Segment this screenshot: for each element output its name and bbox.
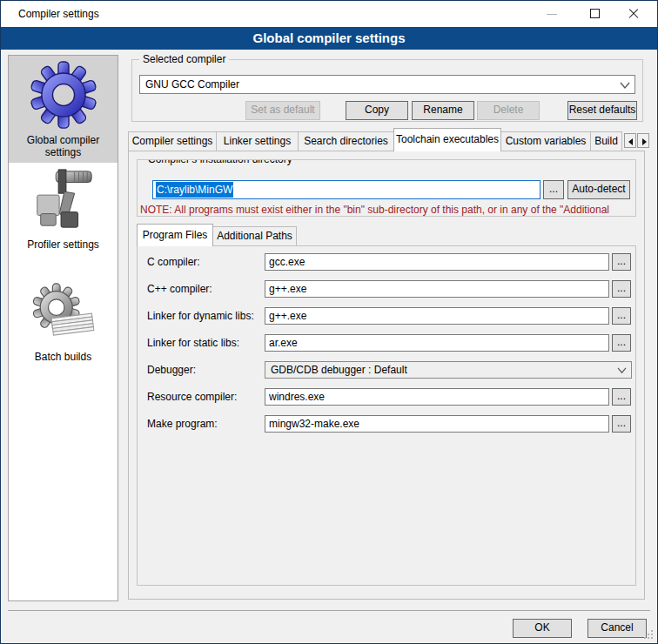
selected-compiler-group-label: Selected compiler [139,53,229,66]
chevron-down-icon [617,366,627,374]
sidebar-item-batch-builds[interactable]: Batch builds [9,275,118,372]
auto-detect-button[interactable]: Auto-detect [567,180,630,199]
sidebar-item-profiler-settings[interactable]: Profiler settings [9,166,118,260]
settings-category-list: Global compiler settings P [8,55,118,601]
set-as-default-button[interactable]: Set as default [245,101,320,120]
tab-build-options-clipped[interactable]: Build [590,131,622,151]
window-title: Compiler settings [18,8,99,20]
linker-dynamic-input[interactable] [265,307,609,325]
footer-divider [8,610,650,611]
sidebar-item-global-compiler-settings[interactable]: Global compiler settings [9,56,118,163]
page-title: Global compiler settings [1,27,657,50]
debugger-label: Debugger: [147,361,196,379]
subtab-additional-paths[interactable]: Additional Paths [212,226,297,246]
resource-compiler-browse-button[interactable]: ... [612,388,631,406]
c-compiler-input[interactable] [265,253,609,271]
linker-dynamic-browse-button[interactable]: ... [612,307,631,325]
subtab-program-files[interactable]: Program Files [137,224,213,246]
delete-button[interactable]: Delete [477,101,540,120]
installation-directory-group: Compiler's installation directory C:\ray… [137,159,636,217]
compiler-select[interactable]: GNU GCC Compiler [139,75,635,94]
cancel-button[interactable]: Cancel [588,619,647,638]
minimize-button[interactable] [537,1,567,27]
make-program-input[interactable] [265,415,609,433]
tab-scroll-right-button[interactable] [637,133,649,148]
chevron-down-icon [620,81,630,90]
maximize-button[interactable] [581,1,610,27]
browse-directory-button[interactable]: ... [543,180,564,199]
gear-stack-icon [30,282,97,345]
tab-search-directories[interactable]: Search directories [298,131,394,151]
triangle-right-icon [642,138,647,145]
cpp-compiler-browse-button[interactable]: ... [612,280,631,298]
linker-dynamic-label: Linker for dynamic libs: [147,307,254,325]
tab-toolchain-executables[interactable]: Toolchain executables [393,128,501,151]
settings-tabstrip: Compiler settings Linker settings Search… [128,128,650,151]
linker-static-label: Linker for static libs: [147,334,239,352]
ok-button[interactable]: OK [513,619,572,638]
program-files-panel: C compiler: ... C++ compiler: ... Linker… [137,245,636,586]
installation-directory-selected-text: C:\raylib\MinGW [156,182,233,198]
sidebar-item-label: Global compiler settings [9,134,118,158]
compiler-select-value: GNU GCC Compiler [145,78,239,91]
debugger-select-value: GDB/CDB debugger : Default [271,364,407,376]
installation-directory-group-label: Compiler's installation directory [144,159,296,166]
installation-directory-input[interactable]: C:\raylib\MinGW [152,180,540,199]
copy-button[interactable]: Copy [346,101,408,120]
debugger-select[interactable]: GDB/CDB debugger : Default [265,361,632,379]
triangle-left-icon [628,138,633,145]
c-compiler-browse-button[interactable]: ... [612,253,631,271]
tab-linker-settings[interactable]: Linker settings [216,131,299,151]
sidebar-item-label: Profiler settings [9,238,118,251]
linker-static-browse-button[interactable]: ... [612,334,631,352]
sidebar-item-label: Batch builds [9,351,118,363]
tab-scroll-left-button[interactable] [624,133,636,148]
resource-compiler-label: Resource compiler: [147,388,237,406]
resource-compiler-input[interactable] [265,388,609,406]
caliper-icon [30,166,97,232]
selected-compiler-group: Selected compiler GNU GCC Compiler Set a… [131,59,643,122]
reset-defaults-button[interactable]: Reset defaults [567,101,637,120]
bin-subdirectory-note: NOTE: All programs must exist either in … [140,204,636,216]
linker-static-input[interactable] [265,334,609,352]
maximize-icon [590,9,600,18]
cpp-compiler-input[interactable] [265,280,609,298]
blue-gear-icon [30,60,97,130]
minimize-icon [547,14,557,15]
compiler-settings-window: Compiler settings Global compiler settin… [0,0,658,644]
cpp-compiler-label: C++ compiler: [147,280,212,298]
titlebar: Compiler settings [1,1,657,27]
close-button[interactable] [619,1,648,27]
close-icon [628,8,640,20]
toolchain-executables-panel: Compiler's installation directory C:\ray… [128,151,645,600]
make-program-label: Make program: [147,415,218,433]
tab-custom-variables[interactable]: Custom variables [500,131,591,151]
rename-button[interactable]: Rename [412,101,474,120]
make-program-browse-button[interactable]: ... [612,415,631,433]
resize-grip-icon[interactable] [651,637,653,639]
c-compiler-label: C compiler: [147,253,200,271]
tab-compiler-settings[interactable]: Compiler settings [128,131,217,151]
